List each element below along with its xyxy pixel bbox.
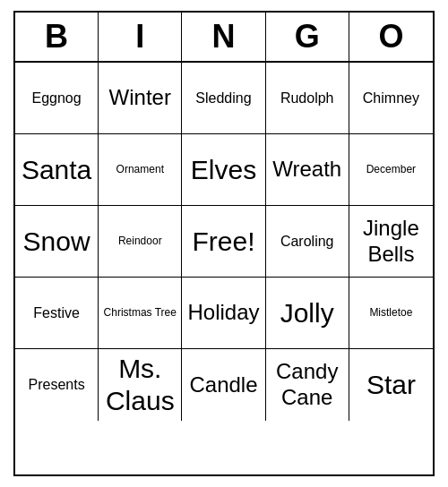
cell-r1-c2: Elves [182,134,265,206]
cell-r4-c2: Candle [182,349,265,421]
cell-r2-c4: Jingle Bells [349,206,433,278]
cell-r1-c0: Santa [15,134,99,206]
cell-r1-c3: Wreath [266,134,349,206]
header-letter-n: N [182,13,265,61]
header-letter-o: O [349,13,433,61]
cell-r2-c2: Free! [182,206,265,278]
cell-r1-c1: Ornament [99,134,182,206]
cell-r2-c1: Reindoor [99,206,182,278]
cell-r1-c4: December [349,134,433,206]
cell-r4-c1: Ms. Claus [99,349,182,421]
cell-r3-c0: Festive [15,278,99,349]
cell-r0-c2: Sledding [182,63,265,134]
cell-r0-c0: Eggnog [15,63,99,134]
header-letter-i: I [99,13,182,61]
header-letter-b: B [15,13,99,61]
cell-r2-c0: Snow [15,206,99,278]
cell-r3-c2: Holiday [182,278,265,349]
cell-r0-c4: Chimney [349,63,433,134]
cell-r2-c3: Caroling [266,206,349,278]
bingo-header: BINGO [15,13,433,63]
cell-r4-c4: Star [349,349,433,421]
header-letter-g: G [266,13,349,61]
cell-r0-c1: Winter [99,63,182,134]
bingo-card: BINGO EggnogWinterSleddingRudolphChimney… [13,11,435,476]
cell-r3-c4: Mistletoe [349,278,433,349]
cell-r3-c1: Christmas Tree [99,278,182,349]
cell-r4-c0: Presents [15,349,99,421]
cell-r3-c3: Jolly [266,278,349,349]
cell-r4-c3: Candy Cane [266,349,349,421]
cell-r0-c3: Rudolph [266,63,349,134]
bingo-grid: EggnogWinterSleddingRudolphChimneySantaO… [15,63,433,421]
